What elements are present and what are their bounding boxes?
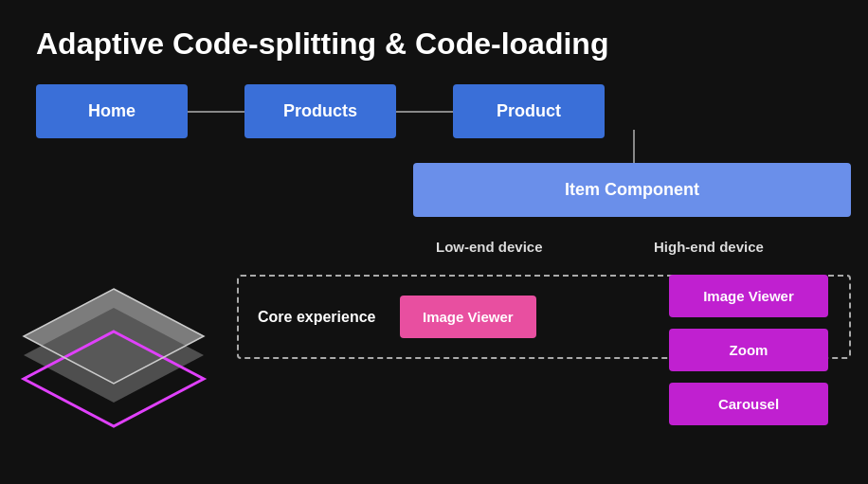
connector-1	[188, 111, 244, 113]
core-label: Core experience	[258, 309, 381, 326]
image-viewer-lowend: Image Viewer	[400, 296, 536, 338]
label-highend: High-end device	[654, 239, 764, 255]
highend-col: Image Viewer Zoom Carousel	[669, 275, 828, 425]
label-lowend: Low-end device	[436, 239, 543, 255]
nav-products[interactable]: Products	[244, 84, 396, 138]
nav-row: Home Products Product	[36, 84, 605, 138]
nav-product[interactable]: Product	[453, 84, 605, 138]
item-component-box: Item Component	[413, 163, 851, 217]
v-connector	[633, 130, 635, 163]
page-title: Adaptive Code-splitting & Code-loading	[36, 27, 608, 62]
carousel-box: Carousel	[669, 383, 828, 425]
nav-home[interactable]: Home	[36, 84, 188, 138]
layers-illustration	[9, 279, 218, 445]
image-viewer-highend: Image Viewer	[669, 275, 828, 317]
connector-2	[396, 111, 453, 113]
zoom-box: Zoom	[669, 329, 828, 371]
